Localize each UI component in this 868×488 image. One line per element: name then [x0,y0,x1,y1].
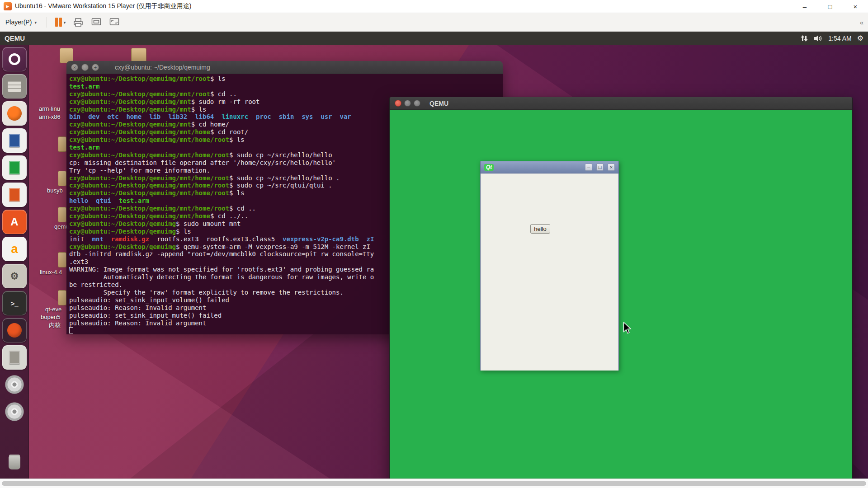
qt-minimize-button[interactable]: – [585,164,592,171]
terminal-line: cxy@ubuntu:~/Desktop/qemuimg/mnt/root$ l… [69,75,503,83]
launcher-item-dvd-1[interactable] [2,372,27,397]
mouse-cursor [623,322,633,334]
desktop-file-icon[interactable] [58,171,66,186]
qemu-minimize-button[interactable] [404,100,411,107]
toolbar-separator [47,17,47,28]
vmware-window: ▶ Ubuntu16 - VMware Workstation 15 Playe… [0,0,868,488]
collapse-toolbar-button[interactable]: « [860,19,863,26]
qt-close-button[interactable]: × [608,164,615,171]
system-settings-icon: ⚙ [10,271,19,282]
files-icon [8,81,21,92]
terminal-minimize-button[interactable]: – [81,64,89,71]
dropdown-caret-icon: ▾ [34,20,37,25]
trash-icon [9,456,20,469]
launcher-item-libreoffice-writer[interactable] [2,128,27,153]
fullscreen-button[interactable] [109,18,119,27]
desktop-icon-label[interactable]: bopen5 [41,314,60,320]
fit-guest-button[interactable] [91,18,101,27]
desktop-file-icon[interactable] [58,290,66,305]
vm-display[interactable]: arm-linuarm-x86busybqemulinux-4.4qt-eveb… [0,32,868,479]
terminal-titlebar[interactable]: × – + cxy@ubuntu: ~/Desktop/qemuimg [66,61,503,74]
desktop-icon-label[interactable]: qt-eve [45,306,61,313]
horizontal-scrollbar[interactable] [2,481,866,486]
arrow-cursor-icon [623,322,633,334]
minimize-button[interactable]: – [792,0,817,13]
libreoffice-calc-icon [9,161,20,174]
player-menu-label: Player(P) [5,19,32,26]
launcher-item-ubuntu-software[interactable]: A [2,210,27,234]
libreoffice-writer-icon [9,134,20,147]
clock-label[interactable]: 1:54 AM [828,35,851,42]
network-arrows-icon [800,35,808,42]
launcher-item-files[interactable] [2,74,27,99]
session-gear-icon[interactable]: ⚙ [857,34,863,42]
terminal-line: test.arm [69,83,503,90]
desktop-icon-label[interactable]: busyb [47,187,63,194]
launcher-item-ubuntu-one[interactable] [2,318,27,343]
vmware-player-icon: ▶ [4,2,12,10]
launcher-item-libreoffice-impress[interactable] [2,183,27,207]
launcher-items: Aa⚙>_ [0,45,29,479]
launcher-item-dvd-2[interactable] [2,399,27,424]
terminal-maximize-button[interactable]: + [92,64,99,71]
firefox-icon [7,106,22,121]
desktop-file-icon[interactable] [58,207,66,222]
qemu-title: QEMU [429,100,448,107]
vmware-window-title: Ubuntu16 - VMware Workstation 15 Player … [15,2,191,10]
terminal-title: cxy@ubuntu: ~/Desktop/qemuimg [115,64,210,71]
vmware-titlebar[interactable]: ▶ Ubuntu16 - VMware Workstation 15 Playe… [0,0,868,13]
dash-home-icon [9,53,20,65]
hello-button[interactable]: hello [530,224,550,234]
terminal-icon: >_ [10,300,18,307]
launcher-item-dash-home[interactable] [2,47,27,71]
close-button[interactable]: × [843,0,868,13]
qt-app-window: Qt – □ × hello [480,161,619,371]
maximize-button[interactable]: □ [817,0,843,13]
disks-icon [9,351,20,364]
window-controls: – □ × [792,0,868,13]
launcher-item-firefox[interactable] [2,101,27,126]
desktop-icon-label[interactable]: arm-x86 [39,113,61,120]
ubuntu-top-panel: QEMU 1:54 AM ⚙ [0,32,868,45]
fit-screen-icon [91,18,101,27]
desktop-file-icon[interactable] [58,136,66,152]
launcher-item-system-settings[interactable]: ⚙ [2,264,27,288]
player-menu-button[interactable]: Player(P) ▾ [0,13,42,31]
ubuntu-software-icon: A [10,216,18,228]
qt-window-body: hello [481,174,618,371]
launcher-item-disks[interactable] [2,345,27,370]
launcher-item-libreoffice-calc[interactable] [2,155,27,180]
dropdown-caret-icon: ▾ [63,20,66,25]
launcher-item-terminal[interactable]: >_ [2,291,27,315]
qemu-titlebar[interactable]: QEMU [390,97,852,110]
qemu-close-button[interactable] [395,100,401,107]
speaker-icon [814,35,823,42]
desktop-file-icon[interactable] [58,252,66,267]
desktop-icon-label[interactable]: linux-4.4 [40,269,62,276]
libreoffice-impress-icon [9,188,20,202]
desktop-icon-label[interactable]: 内核 [49,321,61,329]
qemu-maximize-button[interactable] [414,100,420,107]
printer-icon [73,18,83,27]
launcher-item-trash[interactable] [2,450,27,475]
network-indicator[interactable] [800,35,808,42]
volume-indicator[interactable] [814,35,823,42]
launcher-item-amazon[interactable]: a [2,237,27,261]
qemu-window: QEMU Qt – □ × hello [389,97,853,479]
qt-titlebar[interactable]: Qt – □ × [481,161,618,174]
fullscreen-icon [109,18,119,27]
qemu-screen[interactable]: Qt – □ × hello [390,110,852,479]
terminal-close-button[interactable]: × [71,64,78,71]
suspend-vm-button[interactable]: ▾ [52,13,69,31]
desktop-icon-label[interactable]: arm-linu [39,105,60,112]
active-app-label: QEMU [5,34,25,42]
amazon-icon: a [11,242,18,256]
pause-icon [59,18,62,27]
vmware-toolbar: Player(P) ▾ ▾ « [0,13,868,32]
send-ctrl-alt-del-button[interactable] [73,18,83,27]
qt-maximize-button[interactable]: □ [596,164,604,171]
dvd-1-icon [5,375,24,394]
dvd-2-icon [5,402,24,422]
pause-icon [55,18,58,27]
desktop-file-icon[interactable] [131,48,146,62]
